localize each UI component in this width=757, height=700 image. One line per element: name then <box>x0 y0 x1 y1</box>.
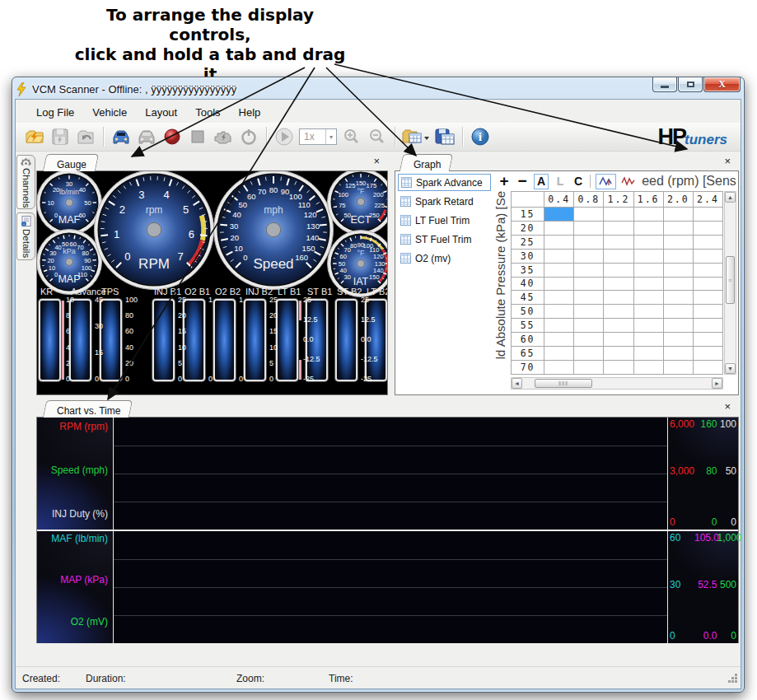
table-cell[interactable] <box>604 249 633 263</box>
graph-horizontal-scrollbar[interactable]: ◄ ► ⦀⦀⦀ <box>511 377 723 390</box>
graph-channel-lt-fuel-trim[interactable]: LT Fuel Trim <box>398 212 491 229</box>
table-cell[interactable] <box>604 263 633 277</box>
table-cell[interactable] <box>544 360 574 374</box>
graph-channel-spark-retard[interactable]: Spark Retard <box>398 193 491 210</box>
info-button[interactable]: i <box>470 126 491 147</box>
minimize-button[interactable] <box>652 77 677 92</box>
table-cell[interactable] <box>544 319 574 333</box>
open-log-button[interactable] <box>24 126 45 147</box>
read-vehicle-button[interactable] <box>110 126 132 147</box>
table-cell[interactable] <box>604 221 633 235</box>
table-cell[interactable] <box>663 263 693 277</box>
sidebar-tab-channels[interactable]: Channels <box>16 155 35 209</box>
scrollbar-thumb[interactable]: ≡ <box>726 256 735 304</box>
resave-log-button[interactable] <box>75 126 96 147</box>
table-cell[interactable] <box>693 208 722 222</box>
row-header[interactable]: 20 <box>512 221 544 235</box>
row-header[interactable]: 70 <box>512 360 544 374</box>
table-cell[interactable] <box>544 333 574 347</box>
power-button[interactable] <box>238 126 259 147</box>
table-cell[interactable] <box>574 305 604 319</box>
table-cell[interactable] <box>633 305 663 319</box>
table-cell[interactable] <box>544 235 574 249</box>
scrollbar-thumb[interactable]: ⦀⦀⦀ <box>535 379 592 388</box>
column-header[interactable]: 2.0 <box>663 192 693 208</box>
play-button[interactable] <box>273 126 295 147</box>
record-button[interactable] <box>161 126 183 147</box>
row-header[interactable]: 25 <box>512 235 544 249</box>
column-header[interactable]: 1.6 <box>633 192 663 208</box>
table-cell[interactable] <box>693 277 722 291</box>
table-cell[interactable] <box>663 319 693 333</box>
menu-item-log-file[interactable]: Log File <box>27 104 83 121</box>
table-cell[interactable] <box>633 235 663 249</box>
table-cell[interactable] <box>663 291 693 305</box>
table-cell[interactable] <box>574 277 604 291</box>
table-cell[interactable] <box>604 235 633 249</box>
table-cell[interactable] <box>633 263 663 277</box>
zoom-in-button[interactable] <box>341 126 362 147</box>
table-cell[interactable] <box>693 319 722 333</box>
table-cell[interactable] <box>633 291 663 305</box>
playback-speed-select[interactable]: 1x ▾ <box>299 128 337 145</box>
column-header[interactable]: 1.2 <box>604 192 633 208</box>
table-cell[interactable] <box>663 208 693 222</box>
table-cell[interactable] <box>604 277 633 291</box>
row-header[interactable]: 50 <box>512 305 544 319</box>
table-cell[interactable] <box>633 221 663 235</box>
table-cell[interactable] <box>604 291 633 305</box>
graph-auto-button[interactable]: A <box>534 174 549 189</box>
gauge-pane-close-icon[interactable]: × <box>373 156 380 166</box>
scroll-down-icon[interactable]: ▼ <box>725 363 736 374</box>
table-cell[interactable] <box>693 347 722 361</box>
scroll-left-icon[interactable]: ◄ <box>512 378 522 389</box>
table-cell[interactable] <box>663 249 693 263</box>
column-header[interactable]: 0.4 <box>544 192 574 208</box>
table-cell[interactable] <box>633 277 663 291</box>
scroll-right-icon[interactable]: ► <box>712 378 722 389</box>
table-cell[interactable] <box>574 235 604 249</box>
display-layout-button[interactable] <box>402 126 430 147</box>
engine-test-button[interactable] <box>213 126 234 147</box>
table-cell[interactable] <box>544 347 574 361</box>
column-header[interactable]: 2.4 <box>693 192 722 208</box>
row-header[interactable]: 60 <box>512 333 544 347</box>
table-cell[interactable] <box>604 333 633 347</box>
table-cell[interactable] <box>693 235 722 249</box>
stop-button[interactable] <box>187 126 208 147</box>
table-cell[interactable] <box>663 333 693 347</box>
table-cell[interactable] <box>574 221 604 235</box>
graph-zoom-out-button[interactable]: − <box>516 174 529 189</box>
table-cell[interactable] <box>693 263 722 277</box>
table-cell[interactable] <box>693 333 722 347</box>
table-cell[interactable] <box>574 347 604 361</box>
table-cell[interactable] <box>633 347 663 361</box>
row-header[interactable]: 35 <box>512 263 544 277</box>
menu-item-help[interactable]: Help <box>230 104 270 121</box>
table-cell[interactable] <box>693 305 722 319</box>
table-cell[interactable] <box>544 263 574 277</box>
table-cell[interactable] <box>574 249 604 263</box>
table-cell[interactable] <box>544 249 574 263</box>
resize-grip[interactable] <box>731 677 734 679</box>
table-cell[interactable] <box>693 291 722 305</box>
table-cell[interactable] <box>663 277 693 291</box>
table-cell[interactable] <box>604 347 633 361</box>
graph-vertical-scrollbar[interactable]: ▲ ▼ ≡ <box>724 191 736 375</box>
maximize-button[interactable] <box>678 77 703 92</box>
table-cell[interactable] <box>604 360 633 374</box>
menu-item-tools[interactable]: Tools <box>186 104 229 121</box>
table-cell[interactable] <box>544 305 574 319</box>
table-cell[interactable] <box>693 221 722 235</box>
table-cell[interactable] <box>663 347 693 361</box>
table-cell[interactable] <box>693 249 722 263</box>
table-cell[interactable] <box>604 208 633 222</box>
table-cell[interactable] <box>544 208 574 222</box>
column-header[interactable]: 0.8 <box>574 192 604 208</box>
graph-channel-st-fuel-trim[interactable]: ST Fuel Trim <box>398 231 491 248</box>
table-cell[interactable] <box>633 333 663 347</box>
graph-center-button[interactable]: C <box>572 174 585 189</box>
zoom-out-button[interactable] <box>367 126 388 147</box>
table-cell[interactable] <box>544 291 574 305</box>
row-header[interactable]: 15 <box>512 208 544 222</box>
